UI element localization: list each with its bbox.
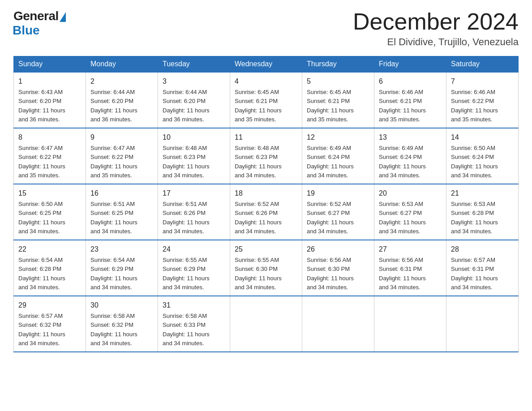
week-row-2: 8 Sunrise: 6:47 AMSunset: 6:22 PMDayligh… xyxy=(14,128,519,184)
calendar-cell: 24 Sunrise: 6:55 AMSunset: 6:29 PMDaylig… xyxy=(158,240,230,296)
calendar-cell: 18 Sunrise: 6:52 AMSunset: 6:26 PMDaylig… xyxy=(230,184,302,240)
calendar-cell: 22 Sunrise: 6:54 AMSunset: 6:28 PMDaylig… xyxy=(14,240,86,296)
calendar-cell: 3 Sunrise: 6:44 AMSunset: 6:20 PMDayligh… xyxy=(158,72,230,128)
week-row-1: 1 Sunrise: 6:43 AMSunset: 6:20 PMDayligh… xyxy=(14,72,519,128)
calendar-cell: 13 Sunrise: 6:49 AMSunset: 6:24 PMDaylig… xyxy=(374,128,446,184)
day-info: Sunrise: 6:53 AMSunset: 6:27 PMDaylight:… xyxy=(379,201,426,235)
calendar-cell: 20 Sunrise: 6:53 AMSunset: 6:27 PMDaylig… xyxy=(374,184,446,240)
day-number: 4 xyxy=(235,76,297,87)
day-number: 17 xyxy=(163,188,225,199)
day-info: Sunrise: 6:56 AMSunset: 6:31 PMDaylight:… xyxy=(379,257,426,291)
calendar-cell: 14 Sunrise: 6:50 AMSunset: 6:24 PMDaylig… xyxy=(446,128,519,184)
day-info: Sunrise: 6:54 AMSunset: 6:28 PMDaylight:… xyxy=(18,257,65,291)
day-info: Sunrise: 6:57 AMSunset: 6:31 PMDaylight:… xyxy=(451,257,498,291)
day-info: Sunrise: 6:48 AMSunset: 6:23 PMDaylight:… xyxy=(163,145,210,179)
calendar-cell: 2 Sunrise: 6:44 AMSunset: 6:20 PMDayligh… xyxy=(86,72,158,128)
calendar-cell: 5 Sunrise: 6:45 AMSunset: 6:21 PMDayligh… xyxy=(302,72,374,128)
logo: General Blue xyxy=(13,9,66,38)
header-day-saturday: Saturday xyxy=(446,56,519,73)
calendar-cell xyxy=(446,296,519,352)
day-info: Sunrise: 6:44 AMSunset: 6:20 PMDaylight:… xyxy=(90,89,137,123)
header-day-wednesday: Wednesday xyxy=(230,56,302,73)
day-number: 31 xyxy=(163,300,225,311)
day-number: 8 xyxy=(18,132,81,143)
day-number: 20 xyxy=(379,188,442,199)
day-number: 12 xyxy=(307,132,369,143)
day-info: Sunrise: 6:53 AMSunset: 6:28 PMDaylight:… xyxy=(451,201,498,235)
calendar-cell: 15 Sunrise: 6:50 AMSunset: 6:25 PMDaylig… xyxy=(14,184,86,240)
day-info: Sunrise: 6:50 AMSunset: 6:25 PMDaylight:… xyxy=(18,201,65,235)
day-info: Sunrise: 6:47 AMSunset: 6:22 PMDaylight:… xyxy=(90,145,137,179)
calendar-cell: 30 Sunrise: 6:58 AMSunset: 6:32 PMDaylig… xyxy=(86,296,158,352)
logo-general-text: General xyxy=(13,9,59,23)
calendar-cell: 27 Sunrise: 6:56 AMSunset: 6:31 PMDaylig… xyxy=(374,240,446,296)
header-row: SundayMondayTuesdayWednesdayThursdayFrid… xyxy=(14,56,519,73)
day-number: 21 xyxy=(451,188,514,199)
calendar-cell: 26 Sunrise: 6:56 AMSunset: 6:30 PMDaylig… xyxy=(302,240,374,296)
header-day-monday: Monday xyxy=(86,56,158,73)
calendar-cell: 29 Sunrise: 6:57 AMSunset: 6:32 PMDaylig… xyxy=(14,296,86,352)
day-number: 3 xyxy=(163,76,225,87)
day-info: Sunrise: 6:54 AMSunset: 6:29 PMDaylight:… xyxy=(90,257,137,291)
month-title: December 2024 xyxy=(353,9,519,34)
day-info: Sunrise: 6:52 AMSunset: 6:27 PMDaylight:… xyxy=(307,201,354,235)
day-info: Sunrise: 6:58 AMSunset: 6:32 PMDaylight:… xyxy=(90,313,137,347)
calendar-cell: 31 Sunrise: 6:58 AMSunset: 6:33 PMDaylig… xyxy=(158,296,230,352)
day-number: 6 xyxy=(379,76,442,87)
day-info: Sunrise: 6:55 AMSunset: 6:30 PMDaylight:… xyxy=(235,257,282,291)
day-number: 22 xyxy=(18,244,81,255)
header-day-friday: Friday xyxy=(374,56,446,73)
day-number: 1 xyxy=(18,76,81,87)
day-number: 10 xyxy=(163,132,225,143)
day-info: Sunrise: 6:49 AMSunset: 6:24 PMDaylight:… xyxy=(379,145,426,179)
day-number: 16 xyxy=(90,188,153,199)
week-row-3: 15 Sunrise: 6:50 AMSunset: 6:25 PMDaylig… xyxy=(14,184,519,240)
calendar-cell: 11 Sunrise: 6:48 AMSunset: 6:23 PMDaylig… xyxy=(230,128,302,184)
day-info: Sunrise: 6:45 AMSunset: 6:21 PMDaylight:… xyxy=(235,89,282,123)
calendar-cell: 25 Sunrise: 6:55 AMSunset: 6:30 PMDaylig… xyxy=(230,240,302,296)
calendar-cell: 6 Sunrise: 6:46 AMSunset: 6:21 PMDayligh… xyxy=(374,72,446,128)
day-info: Sunrise: 6:57 AMSunset: 6:32 PMDaylight:… xyxy=(18,313,65,347)
calendar-cell: 7 Sunrise: 6:46 AMSunset: 6:22 PMDayligh… xyxy=(446,72,519,128)
day-number: 19 xyxy=(307,188,369,199)
calendar-table: SundayMondayTuesdayWednesdayThursdayFrid… xyxy=(13,56,519,352)
logo-blue-text: Blue xyxy=(13,23,40,38)
calendar-cell: 10 Sunrise: 6:48 AMSunset: 6:23 PMDaylig… xyxy=(158,128,230,184)
header-day-sunday: Sunday xyxy=(14,56,86,73)
header-day-thursday: Thursday xyxy=(302,56,374,73)
calendar-cell: 8 Sunrise: 6:47 AMSunset: 6:22 PMDayligh… xyxy=(14,128,86,184)
logo-triangle-icon xyxy=(60,12,66,22)
calendar-body: 1 Sunrise: 6:43 AMSunset: 6:20 PMDayligh… xyxy=(14,72,519,352)
day-info: Sunrise: 6:45 AMSunset: 6:21 PMDaylight:… xyxy=(307,89,354,123)
day-info: Sunrise: 6:46 AMSunset: 6:21 PMDaylight:… xyxy=(379,89,426,123)
day-number: 24 xyxy=(163,244,225,255)
day-number: 30 xyxy=(90,300,153,311)
day-info: Sunrise: 6:50 AMSunset: 6:24 PMDaylight:… xyxy=(451,145,498,179)
day-number: 7 xyxy=(451,76,514,87)
calendar-cell: 28 Sunrise: 6:57 AMSunset: 6:31 PMDaylig… xyxy=(446,240,519,296)
calendar-cell: 9 Sunrise: 6:47 AMSunset: 6:22 PMDayligh… xyxy=(86,128,158,184)
calendar-cell xyxy=(374,296,446,352)
day-number: 25 xyxy=(235,244,297,255)
calendar-cell: 23 Sunrise: 6:54 AMSunset: 6:29 PMDaylig… xyxy=(86,240,158,296)
day-info: Sunrise: 6:49 AMSunset: 6:24 PMDaylight:… xyxy=(307,145,354,179)
calendar-header: SundayMondayTuesdayWednesdayThursdayFrid… xyxy=(14,56,519,73)
day-info: Sunrise: 6:51 AMSunset: 6:25 PMDaylight:… xyxy=(90,201,137,235)
week-row-5: 29 Sunrise: 6:57 AMSunset: 6:32 PMDaylig… xyxy=(14,296,519,352)
calendar-cell xyxy=(230,296,302,352)
day-info: Sunrise: 6:51 AMSunset: 6:26 PMDaylight:… xyxy=(163,201,210,235)
calendar-cell: 19 Sunrise: 6:52 AMSunset: 6:27 PMDaylig… xyxy=(302,184,374,240)
day-number: 13 xyxy=(379,132,442,143)
day-info: Sunrise: 6:58 AMSunset: 6:33 PMDaylight:… xyxy=(163,313,210,347)
day-number: 18 xyxy=(235,188,297,199)
calendar-cell: 4 Sunrise: 6:45 AMSunset: 6:21 PMDayligh… xyxy=(230,72,302,128)
page-header: General Blue December 2024 El Dividive, … xyxy=(13,9,519,48)
calendar-cell: 16 Sunrise: 6:51 AMSunset: 6:25 PMDaylig… xyxy=(86,184,158,240)
day-info: Sunrise: 6:47 AMSunset: 6:22 PMDaylight:… xyxy=(18,145,65,179)
day-info: Sunrise: 6:56 AMSunset: 6:30 PMDaylight:… xyxy=(307,257,354,291)
day-info: Sunrise: 6:46 AMSunset: 6:22 PMDaylight:… xyxy=(451,89,498,123)
day-info: Sunrise: 6:44 AMSunset: 6:20 PMDaylight:… xyxy=(163,89,210,123)
day-number: 27 xyxy=(379,244,442,255)
day-number: 23 xyxy=(90,244,153,255)
day-number: 15 xyxy=(18,188,81,199)
